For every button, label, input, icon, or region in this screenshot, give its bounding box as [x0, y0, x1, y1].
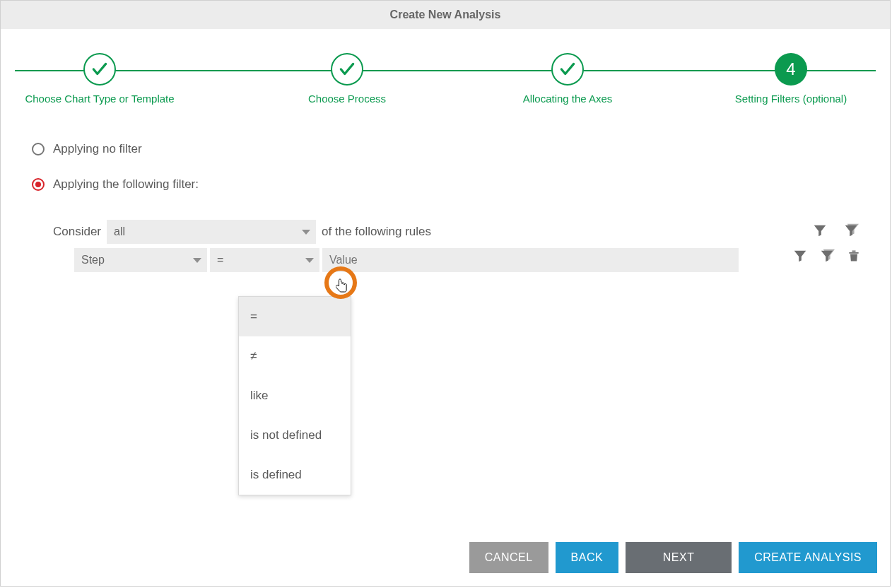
rule-row-container: Step = — [53, 248, 859, 272]
dialog-title: Create New Analysis — [390, 8, 501, 21]
rule-operator-value: = — [217, 254, 223, 266]
chevron-down-icon — [302, 230, 310, 235]
next-button[interactable]: NEXT — [626, 542, 732, 573]
match-dropdown[interactable]: all — [107, 220, 316, 244]
dialog-footer: CANCEL BACK NEXT CREATE ANALYSIS — [469, 542, 877, 573]
step-number: 4 — [786, 59, 795, 79]
checkmark-icon — [331, 53, 363, 86]
step-label: Choose Chart Type or Template — [1, 93, 199, 105]
back-button[interactable]: BACK — [556, 542, 619, 573]
radio-label: Applying the following filter: — [53, 177, 199, 192]
checkmark-icon — [551, 53, 584, 86]
cursor-pointer-icon — [336, 278, 348, 296]
chevron-down-icon — [193, 258, 201, 263]
step-label: Setting Filters (optional) — [692, 93, 890, 105]
chevron-down-icon — [305, 258, 314, 263]
step-4-current: 4 Setting Filters (optional) — [692, 53, 890, 105]
consider-prefix: Consider — [53, 225, 101, 239]
step-label: Allocating the Axes — [469, 93, 667, 105]
cancel-button[interactable]: CANCEL — [469, 542, 548, 573]
rule-field-dropdown[interactable]: Step — [74, 248, 207, 272]
step-label: Choose Process — [248, 93, 446, 105]
operator-option-not-equals[interactable]: ≠ — [239, 336, 351, 376]
add-filter-group-button[interactable] — [843, 223, 859, 238]
operator-option-defined[interactable]: is defined — [239, 455, 351, 495]
checkmark-icon — [83, 53, 116, 86]
operator-option-equals[interactable]: = — [239, 297, 351, 336]
wizard-stepper: Choose Chart Type or Template Choose Pro… — [1, 43, 890, 114]
step-2[interactable]: Choose Process — [248, 53, 446, 105]
rules-block: Consider all of the following rules — [32, 220, 859, 272]
dialog-titlebar: Create New Analysis — [1, 1, 890, 29]
wizard-content: Applying no filter Applying the followin… — [1, 114, 890, 272]
radio-apply-filter[interactable]: Applying the following filter: — [32, 177, 859, 192]
add-filter-button[interactable] — [792, 248, 808, 264]
operator-option-not-defined[interactable]: is not defined — [239, 416, 351, 455]
rule-row: Step = — [74, 248, 739, 272]
operator-dropdown-menu: = ≠ like is not defined is defined — [238, 296, 351, 495]
dialog-window: Create New Analysis Choose Chart Type or… — [0, 0, 891, 587]
step-1[interactable]: Choose Chart Type or Template — [1, 53, 199, 105]
rule-operator-dropdown[interactable]: = — [210, 248, 319, 272]
step-3[interactable]: Allocating the Axes — [469, 53, 667, 105]
radio-icon — [32, 143, 45, 155]
step-number-badge: 4 — [775, 53, 807, 86]
add-filter-button[interactable] — [812, 223, 828, 238]
match-selected: all — [114, 225, 125, 238]
rule-field-value: Step — [81, 254, 105, 266]
radio-label: Applying no filter — [53, 142, 142, 156]
consider-suffix: of the following rules — [322, 225, 431, 239]
radio-no-filter[interactable]: Applying no filter — [32, 142, 859, 156]
add-filter-group-button[interactable] — [819, 248, 835, 264]
operator-option-like[interactable]: like — [239, 376, 351, 416]
radio-icon — [32, 178, 45, 191]
consider-row: Consider all of the following rules — [53, 220, 859, 244]
delete-rule-button[interactable] — [846, 248, 862, 264]
create-analysis-button[interactable]: CREATE ANALYSIS — [739, 542, 877, 573]
rule-value-input[interactable] — [322, 248, 739, 272]
